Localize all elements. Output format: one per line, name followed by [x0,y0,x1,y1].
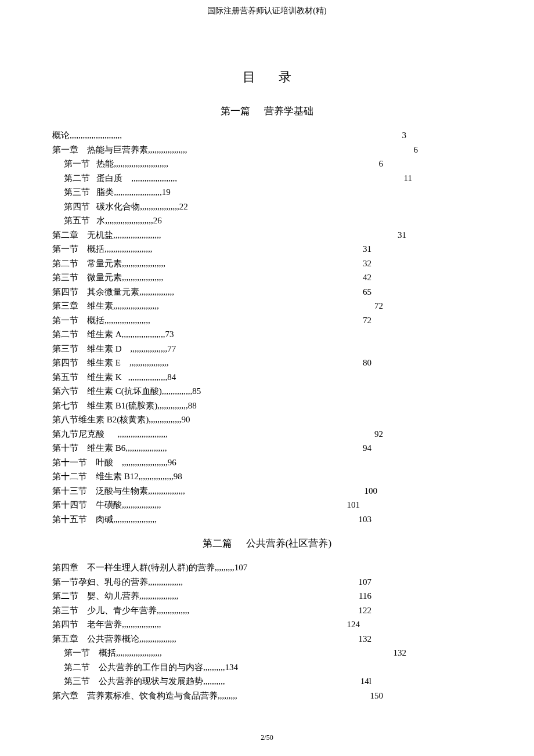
toc-page-number: 65 [363,285,371,299]
toc-line: 第二章 无机盐,,,,,,,,,,,,,,,,,,,,,,31 [52,228,482,243]
toc-dots: ,,,,,,,,,,,,,,,, [139,285,174,299]
toc-title: 目录 [52,68,482,86]
toc-line: 第十二节 维生素 B12,,,,,,,,,,,,,,,,98 [52,469,482,484]
toc-dots: ,,,,,,,,,,,,,,,,,,,,,, [113,228,161,243]
toc-line: 第五节 水,,,,,,,,,,,,,,,,,,,,,,26 [52,214,482,228]
toc-line: 第十节 维生素 B6,,,,,,,,,,,,,,,,,,,94 [52,441,482,455]
toc-dots: ,,,,,,,,,,,,,,,,,, [148,143,187,157]
toc-dots: ,,,,,,,,,, [203,674,225,689]
part-title-left: 第一篇 [221,106,250,117]
toc-line: 第一节 概括,,,,,,,,,,,,,,,,,,,,,72 [52,313,482,328]
toc-label: 概论 [52,128,70,143]
toc-dots: ,,,,,,,,,,,,,,,,,,,,,96 [122,455,176,470]
toc-dots: ,,,,,,,,,,,,,,,, [148,575,183,589]
toc-label: 第十二节 维生素 B12 [52,469,139,484]
toc-dots: ,,,,,,,,,,,,,,,,,, [129,356,169,370]
toc-page-number: 100 [365,484,378,498]
toc-page-number: 3 [402,128,407,143]
toc-line: 第一节孕妇、乳母的营养,,,,,,,,,,,,,,,,107 [52,575,482,589]
toc-dots: ,,,,,,,,,,,,,,,,,,, [122,270,163,285]
toc-page-number: 31 [398,228,406,243]
toc-label: 第一节 概括 [64,646,116,660]
part-title-right: 公共营养(社区营养) [246,538,331,549]
toc-page-number: 107 [359,575,372,589]
toc-dots: ,,,,,,,,,,,,,,,,,,,,,,, [118,427,168,442]
toc-dots: ,,,,,,,,,,,,,,,,,,,,,,26 [105,214,162,228]
toc-page-number: 72 [374,299,383,313]
toc-label: 第一节 热能 [64,157,114,171]
toc-label: 第五节 维生素 K [52,370,128,385]
toc-page-number: 94 [363,441,371,455]
toc-dots: ,,,,,,,,,,,,,,,,,,,, [122,256,165,271]
toc-line: 第二节 常量元素,,,,,,,,,,,,,,,,,,,,32 [52,256,482,271]
toc-line: 第三节 微量元素,,,,,,,,,,,,,,,,,,,42 [52,270,482,285]
toc-dots: ,,,,,,,,,,,,,,,,,,,,, [116,646,162,660]
page-footer: 2/50 [0,733,534,742]
toc-line: 第二节 婴、幼儿营养,,,,,,,,,,,,,,,,,,116 [52,589,482,603]
toc-label: 第三节 公共营养的现状与发展趋势 [64,674,203,689]
toc-line: 第一节 概括,,,,,,,,,,,,,,,,,,,,,,31 [52,242,482,256]
toc-dots: ,,,,,,,,,,,,,,,,,,,, [113,512,157,527]
toc-label: 第三节 脂类 [64,185,114,200]
toc-line: 第十五节 肉碱,,,,,,,,,,,,,,,,,,,,103 [52,512,482,527]
toc-label: 第九节尼克酸 [52,427,118,442]
toc-label: 第一章 热能与巨营养素 [52,143,148,157]
toc-label: 第十四节 牛磺酸 [52,498,122,512]
toc-label: 第十三节 泛酸与生物素 [52,484,148,498]
toc-label: 第四节 碳水化合物 [64,200,140,214]
toc-line: 第七节 维生素 B1(硫胺素),,,,,,,,,,,,,,88 [52,399,482,413]
toc-line: 第五节 维生素 K ,,,,,,,,,,,,,,,,,,84 [52,370,482,385]
toc-label: 第六章 营养素标准、饮食构造与食品营养 [52,689,218,703]
toc-label: 第七节 维生素 B1(硫胺素) [52,399,157,413]
toc-page-number: 32 [363,256,371,271]
toc-dots: ,,,,,,,,,,,,,,,,,,,,,,,,, [114,157,168,171]
toc-label: 第三节 微量元素 [52,270,122,285]
toc-page-number: 31 [363,242,371,256]
toc-page-number: 6 [414,143,418,157]
toc-page-number: 14l [360,674,371,689]
toc-label: 第五节 水 [64,214,105,228]
toc-dots: ,,,,,,,,,,,,,,,,98 [139,469,182,484]
toc-dots: ,,,,,,,,,,,,,,,,,, [122,617,161,632]
toc-dots: ,,,,,,,,,,,,,,,,, [148,484,185,498]
toc-dots: ,,,,,,,,,,,,,,, [157,603,189,618]
toc-line: 第四节 其余微量元素,,,,,,,,,,,,,,,,65 [52,285,482,299]
toc-label: 第五章 公共营养概论 [52,632,139,646]
toc-line: 第三节 维生素 D ,,,,,,,,,,,,,,,,,77 [52,342,482,356]
document-header: 国际注册营养师认证培训教材(精) [52,6,482,16]
part-title: 第二篇公共营养(社区营养) [52,537,482,550]
toc-dots: ,,,,,,,,,,134 [203,660,238,675]
toc-line: 第四章 不一样生理人群(特别人群)的营养,,,,,,,,,107 [52,560,482,575]
toc-page-number: 11 [404,171,412,186]
toc-label: 第十节 维生素 B6 [52,441,125,455]
toc-label: 第一节 概括 [52,242,104,256]
toc-dots: ,,,,,,,,,,,,,,,,,77 [131,342,176,356]
toc-label: 第二章 无机盐 [52,228,113,243]
toc-line: 第六章 营养素标准、饮食构造与食品营养,,,,,,,,,150 [52,689,482,703]
toc-dots: ,,,,,,,,, [218,689,237,703]
toc-line: 第十三节 泛酸与生物素,,,,,,,,,,,,,,,,,100 [52,484,482,498]
toc-line: 第一章 热能与巨营养素,,,,,,,,,,,,,,,,,,6 [52,143,482,157]
toc-line: 第四节 老年营养,,,,,,,,,,,,,,,,,,124 [52,617,482,632]
toc-page-number: 103 [359,512,372,527]
toc-dots: ,,,,,,,,,,,,,,85 [162,384,201,399]
toc-label: 第三节 少儿、青少年营养 [52,603,157,618]
toc-dots: ,,,,,,,,,,,,,,,,,,,,,,19 [114,185,171,200]
toc-line: 第一节 概括,,,,,,,,,,,,,,,,,,,,,132 [52,646,482,660]
toc-label: 第二节 常量元素 [52,256,122,271]
toc-label: 第二节 维生素 A [52,327,122,342]
toc-page-number: 72 [363,313,371,328]
toc-label: 第十五节 肉碱 [52,512,113,527]
toc-line: 第四节 维生素 E ,,,,,,,,,,,,,,,,,,80 [52,356,482,370]
toc-line: 第十一节 叶酸 ,,,,,,,,,,,,,,,,,,,,,96 [52,455,482,470]
toc-line: 第二节 公共营养的工作目的与内容,,,,,,,,,,134 [52,660,482,675]
toc-dots: ,,,,,,,,,,,,,,,,,,84 [128,370,176,385]
toc-dots: ,,,,,,,,,,,,,,,,,,,,, [104,313,150,328]
toc-label: 第二节 婴、幼儿营养 [52,589,139,603]
toc-dots: ,,,,,,,,,,,,,,,,,,,,73 [122,327,174,342]
toc-page-number: 6 [379,157,384,171]
toc-page-number: 124 [347,617,360,632]
toc-line: 第十四节 牛磺酸,,,,,,,,,,,,,,,,,,101 [52,498,482,512]
toc-body: 第一篇营养学基础概论,,,,,,,,,,,,,,,,,,,,,,,,3第一章 热… [52,104,482,703]
toc-line: 第三节 公共营养的现状与发展趋势,,,,,,,,,,14l [52,674,482,689]
